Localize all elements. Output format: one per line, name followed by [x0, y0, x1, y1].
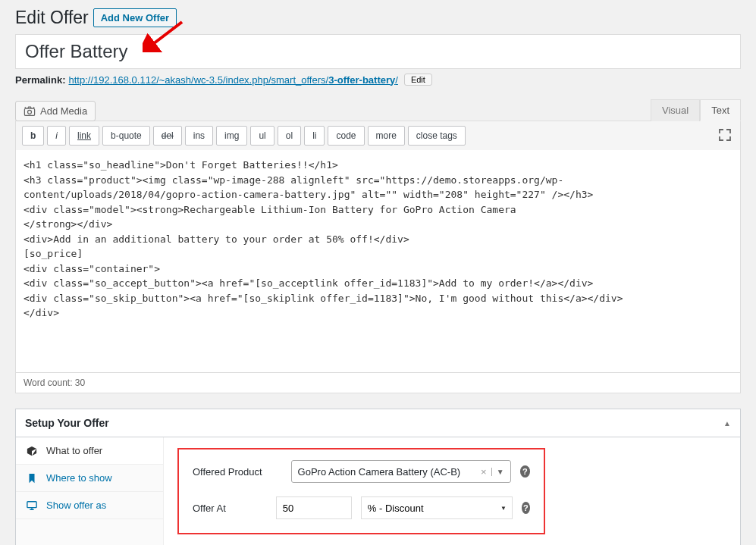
svg-rect-3 [27, 501, 36, 507]
sidebar-item-where-to-show[interactable]: Where to show [16, 465, 163, 492]
permalink-label: Permalink: [15, 74, 65, 86]
fullscreen-icon[interactable] [716, 127, 734, 145]
offered-product-select[interactable]: GoPro Action Camera Battery (AC-B) × ▼ [291, 460, 511, 483]
offered-product-label: Offered Product [193, 466, 282, 478]
editor-btn-li[interactable]: li [304, 126, 325, 146]
clear-icon[interactable]: × [476, 466, 491, 478]
editor-btn-bold[interactable]: b [22, 126, 44, 146]
help-icon[interactable]: ? [522, 502, 530, 514]
camera-icon [24, 106, 36, 117]
offer-at-unit-select[interactable]: % - Discount [361, 496, 513, 519]
svg-rect-2 [24, 108, 34, 115]
offer-at-label: Offer At [193, 503, 267, 514]
permalink-edit-button[interactable]: Edit [404, 74, 432, 86]
offer-at-amount-input[interactable] [276, 496, 352, 519]
sidebar-item-show-offer-as[interactable]: Show offer as [16, 492, 163, 519]
help-icon[interactable]: ? [520, 465, 530, 478]
sidebar-item-what-to-offer[interactable]: What to offer [16, 437, 163, 465]
editor-btn-code[interactable]: code [328, 126, 364, 146]
sidebar-item-label: Show offer as [46, 500, 106, 511]
monitor-icon [27, 500, 39, 511]
editor-btn-close-tags[interactable]: close tags [408, 126, 466, 146]
page-title: Edit Offer [15, 8, 89, 28]
sidebar-item-label: What to offer [46, 445, 102, 456]
bookmark-icon [27, 473, 39, 484]
editor-btn-link[interactable]: link [69, 126, 99, 146]
editor-btn-ins[interactable]: ins [185, 126, 213, 146]
word-count: Word count: 30 [16, 372, 740, 393]
offered-product-value: GoPro Action Camera Battery (AC-B) [298, 466, 461, 478]
editor-btn-ol[interactable]: ol [278, 126, 301, 146]
add-media-label: Add Media [40, 105, 87, 117]
editor-btn-img[interactable]: img [216, 126, 247, 146]
add-media-button[interactable]: Add Media [15, 101, 96, 121]
editor-btn-del[interactable]: del [153, 126, 182, 146]
svg-line-0 [150, 22, 182, 46]
editor-btn-italic[interactable]: i [47, 126, 66, 146]
tab-visual[interactable]: Visual [651, 99, 700, 121]
svg-point-1 [28, 110, 32, 114]
post-title-input[interactable] [16, 35, 740, 68]
sidebar-item-label: Where to show [46, 472, 112, 484]
metabox-toggle-icon[interactable]: ▲ [723, 419, 731, 428]
cube-icon [27, 446, 39, 456]
annotation-arrow [143, 17, 188, 52]
offer-fields-highlighted-region: Offered Product GoPro Action Camera Batt… [177, 448, 545, 534]
editor-textarea[interactable] [24, 158, 732, 362]
editor-btn-more[interactable]: more [368, 126, 405, 146]
editor-btn-bquote[interactable]: b-quote [102, 126, 150, 146]
metabox-title: Setup Your Offer [25, 417, 109, 429]
editor-btn-ul[interactable]: ul [250, 126, 274, 146]
tab-text[interactable]: Text [700, 99, 741, 121]
permalink-link[interactable]: http://192.168.0.112/~akash/wc-3.5/index… [68, 74, 397, 86]
chevron-down-icon[interactable]: ▼ [491, 468, 504, 476]
